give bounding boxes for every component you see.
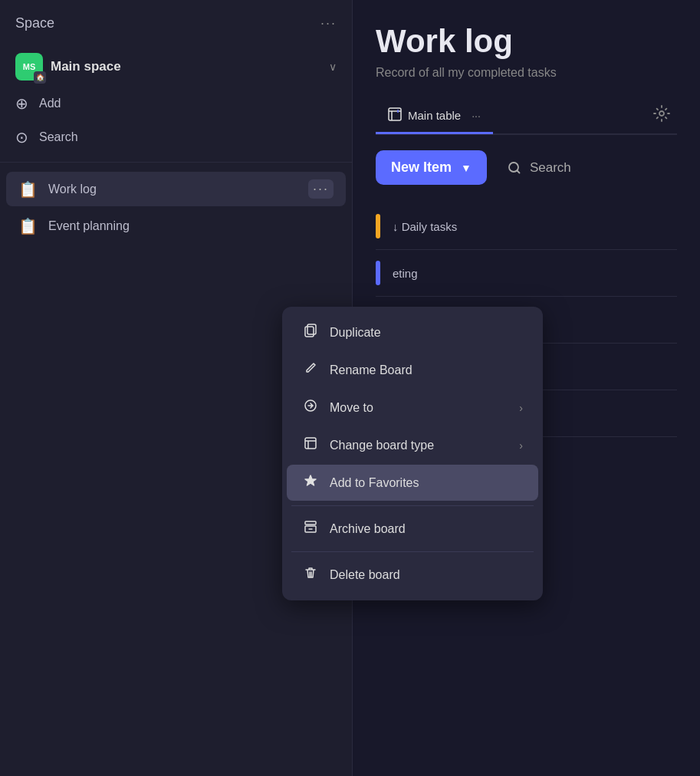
board-item-work-log[interactable]: 📋 Work log ···	[6, 172, 346, 206]
menu-divider-2	[291, 551, 534, 552]
tab-main-table[interactable]: Main table ···	[376, 100, 493, 134]
search-icon: ⊙	[15, 128, 28, 146]
svg-rect-4	[305, 521, 316, 524]
board-label: Work log	[48, 182, 97, 196]
archive-icon	[302, 520, 319, 538]
board-item-event-planning[interactable]: 📋 Event planning	[6, 209, 346, 243]
row-color	[376, 261, 380, 285]
menu-divider-1	[291, 505, 534, 506]
menu-item-add-favorites[interactable]: Add to Favorites	[287, 465, 538, 501]
row-label: eting	[393, 267, 677, 280]
search-label: Search	[39, 130, 78, 144]
settings-button[interactable]	[646, 98, 677, 133]
svg-rect-3	[305, 438, 316, 449]
menu-item-archive[interactable]: Archive board	[287, 511, 538, 547]
main-space-row[interactable]: MS 🏠 Main space ∨	[0, 47, 352, 87]
menu-item-rename[interactable]: Rename Board	[287, 352, 538, 388]
add-icon: ⊕	[15, 94, 28, 113]
move-icon	[302, 399, 319, 416]
trash-icon	[302, 566, 319, 584]
tab-dots[interactable]: ···	[472, 110, 481, 122]
rename-label: Rename Board	[330, 363, 523, 377]
add-favorites-label: Add to Favorites	[330, 476, 523, 490]
page-subtitle: Record of all my completed tasks	[376, 66, 677, 80]
dropdown-arrow-icon: ▼	[461, 162, 472, 174]
change-type-arrow-icon: ›	[519, 439, 523, 452]
menu-item-delete[interactable]: Delete board	[287, 557, 538, 593]
edit-icon	[302, 361, 319, 379]
sidebar-header: Space ···	[0, 15, 352, 47]
board-icon: 📋	[18, 180, 38, 199]
add-action[interactable]: ⊕ Add	[0, 87, 352, 120]
move-label: Move to	[330, 401, 508, 415]
move-arrow-icon: ›	[519, 402, 523, 414]
svg-rect-0	[307, 324, 316, 334]
board-icon-event: 📋	[18, 217, 38, 235]
board-more-button[interactable]: ···	[308, 179, 334, 199]
star-icon	[302, 474, 319, 492]
row-label: ↓ Daily tasks	[393, 220, 677, 233]
sidebar-title: Space	[15, 15, 54, 31]
search-action[interactable]: ⊙ Search	[0, 120, 352, 154]
duplicate-icon	[302, 324, 319, 341]
home-icon: 🏠	[34, 71, 46, 84]
add-label: Add	[39, 97, 61, 110]
table-row: eting	[376, 250, 677, 297]
sidebar-more-button[interactable]: ···	[320, 15, 337, 31]
board-type-icon	[302, 436, 319, 454]
menu-item-change-type[interactable]: Change board type ›	[287, 427, 538, 463]
board-label-event: Event planning	[48, 219, 130, 233]
menu-item-duplicate[interactable]: Duplicate	[287, 314, 538, 350]
change-type-label: Change board type	[330, 439, 508, 452]
new-item-button[interactable]: New Item ▼	[376, 150, 487, 185]
archive-label: Archive board	[330, 522, 523, 536]
avatar: MS 🏠	[15, 53, 43, 81]
search-button[interactable]: Search	[499, 153, 579, 183]
svg-point-7	[659, 111, 664, 116]
delete-label: Delete board	[330, 568, 523, 582]
page-title: Work log	[376, 23, 677, 60]
menu-item-move[interactable]: Move to ›	[287, 390, 538, 426]
duplicate-label: Duplicate	[330, 326, 523, 340]
tab-main-table-label: Main table	[408, 109, 461, 122]
context-menu: Duplicate Rename Board Move to › Change …	[282, 307, 543, 600]
tab-icon	[388, 107, 402, 124]
main-space-label: Main space	[51, 59, 321, 74]
tab-bar: Main table ···	[376, 98, 677, 135]
search-label: Search	[530, 160, 571, 176]
svg-rect-1	[305, 327, 314, 337]
table-row: ↓ Daily tasks	[376, 203, 677, 250]
row-color	[376, 214, 380, 238]
chevron-down-icon: ∨	[329, 61, 337, 73]
new-item-label: New Item	[391, 159, 452, 176]
svg-rect-6	[389, 108, 401, 120]
toolbar: New Item ▼ Search	[376, 150, 677, 185]
divider	[0, 162, 352, 163]
